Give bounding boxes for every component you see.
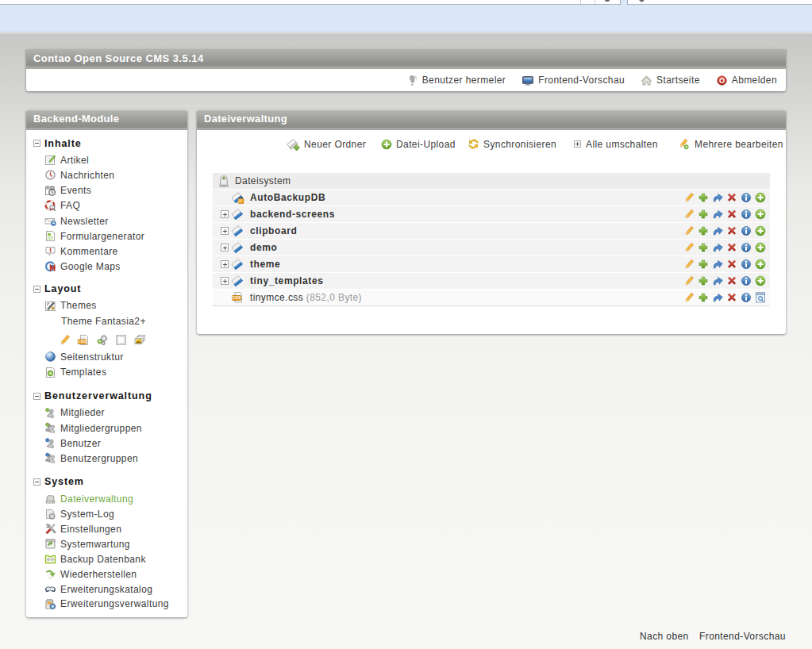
- svg-text:CSS: CSS: [77, 339, 87, 344]
- svg-text:CSS: CSS: [232, 295, 241, 300]
